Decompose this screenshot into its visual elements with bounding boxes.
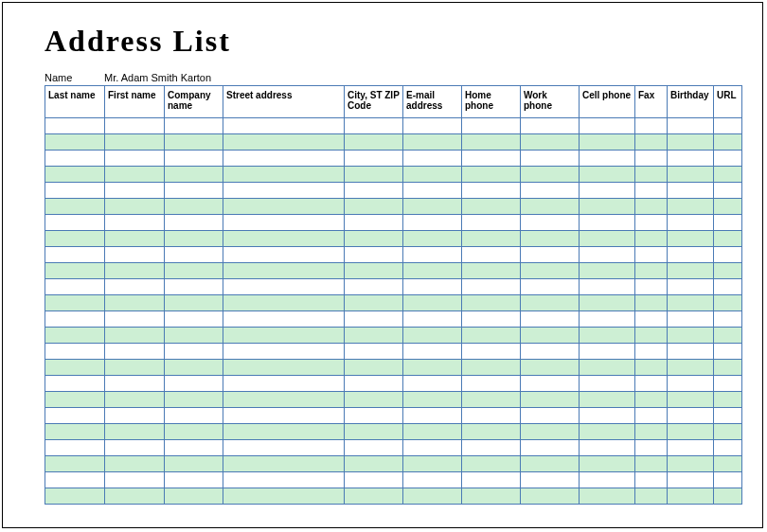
table-row bbox=[45, 247, 742, 263]
table-cell bbox=[714, 344, 742, 360]
table-cell bbox=[668, 151, 714, 167]
table-row bbox=[45, 456, 742, 472]
table-cell bbox=[345, 279, 403, 295]
table-cell bbox=[45, 456, 105, 472]
table-cell bbox=[714, 472, 742, 488]
table-cell bbox=[165, 134, 223, 151]
table-cell bbox=[521, 183, 580, 199]
table-cell bbox=[45, 408, 105, 424]
table-cell bbox=[714, 151, 742, 167]
table-cell bbox=[403, 134, 462, 151]
col-cell-phone: Cell phone bbox=[580, 86, 635, 118]
table-cell bbox=[668, 279, 714, 295]
table-cell bbox=[223, 440, 345, 456]
table-cell bbox=[223, 424, 345, 440]
table-cell bbox=[521, 376, 580, 392]
table-cell bbox=[105, 295, 165, 311]
table-cell bbox=[223, 183, 345, 199]
table-cell bbox=[403, 456, 462, 472]
table-cell bbox=[165, 344, 223, 360]
table-cell bbox=[462, 231, 521, 247]
table-cell bbox=[714, 118, 742, 134]
table-cell bbox=[580, 247, 635, 263]
table-cell bbox=[223, 231, 345, 247]
table-cell bbox=[403, 295, 462, 311]
table-cell bbox=[345, 151, 403, 167]
table-cell bbox=[105, 199, 165, 215]
table-cell bbox=[403, 360, 462, 376]
table-cell bbox=[45, 488, 105, 505]
table-cell bbox=[45, 247, 105, 263]
table-cell bbox=[223, 247, 345, 263]
table-cell bbox=[403, 472, 462, 488]
table-cell bbox=[521, 118, 580, 134]
table-cell bbox=[165, 311, 223, 328]
table-cell bbox=[668, 344, 714, 360]
table-cell bbox=[165, 488, 223, 505]
table-cell bbox=[635, 344, 668, 360]
header-row: Last name First name Company name Street… bbox=[45, 86, 742, 118]
table-row bbox=[45, 134, 742, 151]
table-cell bbox=[403, 199, 462, 215]
name-row: Name Mr. Adam Smith Karton bbox=[45, 72, 745, 83]
table-cell bbox=[165, 392, 223, 408]
table-cell bbox=[105, 424, 165, 440]
table-cell bbox=[105, 392, 165, 408]
table-cell bbox=[345, 215, 403, 231]
table-cell bbox=[165, 199, 223, 215]
table-cell bbox=[403, 247, 462, 263]
table-cell bbox=[580, 311, 635, 328]
table-cell bbox=[45, 118, 105, 134]
table-cell bbox=[462, 183, 521, 199]
table-cell bbox=[580, 440, 635, 456]
table-cell bbox=[462, 456, 521, 472]
table-cell bbox=[462, 488, 521, 505]
table-cell bbox=[165, 263, 223, 279]
table-cell bbox=[580, 295, 635, 311]
table-cell bbox=[668, 472, 714, 488]
table-cell bbox=[403, 151, 462, 167]
table-cell bbox=[462, 151, 521, 167]
table-cell bbox=[165, 215, 223, 231]
table-cell bbox=[462, 311, 521, 328]
table-cell bbox=[223, 376, 345, 392]
table-cell bbox=[345, 183, 403, 199]
table-cell bbox=[668, 360, 714, 376]
table-cell bbox=[45, 167, 105, 183]
table-cell bbox=[668, 263, 714, 279]
table-row bbox=[45, 118, 742, 134]
table-cell bbox=[105, 231, 165, 247]
table-cell bbox=[668, 118, 714, 134]
table-cell bbox=[635, 263, 668, 279]
table-cell bbox=[635, 408, 668, 424]
col-street: Street address bbox=[223, 86, 345, 118]
table-cell bbox=[714, 424, 742, 440]
name-label: Name bbox=[45, 72, 104, 83]
table-row bbox=[45, 295, 742, 311]
table-cell bbox=[635, 424, 668, 440]
table-cell bbox=[668, 311, 714, 328]
table-cell bbox=[462, 295, 521, 311]
table-cell bbox=[635, 360, 668, 376]
table-cell bbox=[714, 488, 742, 505]
table-cell bbox=[635, 440, 668, 456]
table-row bbox=[45, 279, 742, 295]
table-cell bbox=[714, 408, 742, 424]
table-cell bbox=[165, 472, 223, 488]
table-cell bbox=[223, 488, 345, 505]
table-body bbox=[45, 118, 742, 505]
table-cell bbox=[165, 440, 223, 456]
col-birthday: Birthday bbox=[668, 86, 714, 118]
table-cell bbox=[105, 167, 165, 183]
table-row bbox=[45, 199, 742, 215]
table-cell bbox=[462, 392, 521, 408]
table-cell bbox=[580, 344, 635, 360]
table-cell bbox=[580, 392, 635, 408]
table-cell bbox=[165, 376, 223, 392]
table-cell bbox=[580, 376, 635, 392]
table-cell bbox=[223, 456, 345, 472]
table-cell bbox=[45, 295, 105, 311]
col-home-phone: Home phone bbox=[462, 86, 521, 118]
table-cell bbox=[45, 440, 105, 456]
col-fax: Fax bbox=[635, 86, 668, 118]
